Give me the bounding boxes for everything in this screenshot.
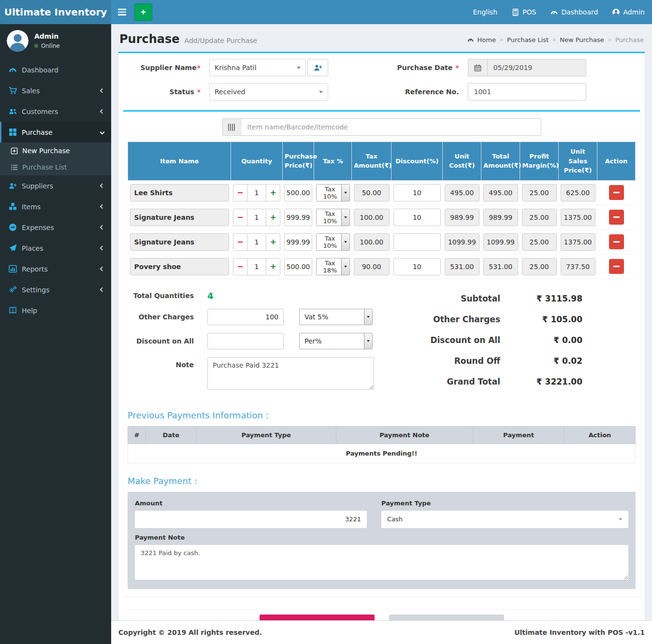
remove-item-button[interactable] bbox=[609, 234, 624, 249]
sidebar-item-settings[interactable]: Settings bbox=[0, 279, 111, 300]
qty-decrease-button[interactable]: − bbox=[233, 185, 247, 201]
select-dropdown-button[interactable] bbox=[364, 333, 372, 349]
total-amount-value: 531.00 bbox=[483, 258, 518, 275]
purchase-price-input[interactable] bbox=[284, 258, 312, 275]
discount-input[interactable] bbox=[393, 233, 441, 251]
discount-input[interactable] bbox=[393, 209, 441, 226]
remove-item-button[interactable] bbox=[609, 185, 624, 200]
qty-value[interactable]: 1 bbox=[247, 185, 266, 201]
sidebar-item-new-purchase[interactable]: New Purchase bbox=[0, 143, 111, 159]
sidebar-item-sales[interactable]: Sales bbox=[0, 80, 111, 101]
status-select[interactable]: Received bbox=[209, 83, 328, 100]
select-dropdown-button[interactable] bbox=[341, 258, 349, 275]
select-dropdown-button[interactable] bbox=[341, 185, 349, 201]
version-text: Ultimate Inventory with POS -v1.1 bbox=[514, 629, 645, 636]
tax-select[interactable]: Tax 10% bbox=[316, 209, 350, 226]
sidebar-toggle-icon[interactable] bbox=[111, 0, 133, 24]
qty-value[interactable]: 1 bbox=[247, 234, 266, 250]
previous-payments-heading: Previous Payments Information : bbox=[128, 410, 636, 420]
caret-down-icon bbox=[367, 316, 370, 318]
col-action: Action bbox=[597, 142, 636, 181]
purchase-price-input[interactable] bbox=[284, 233, 312, 251]
sidebar-item-suppliers[interactable]: Suppliers bbox=[0, 175, 111, 196]
tax-select[interactable]: Tax 10% bbox=[316, 184, 350, 201]
calendar-addon[interactable] bbox=[468, 59, 487, 76]
items-panel: Item Name Quantity Purchase Price(₹) Tax… bbox=[123, 110, 640, 597]
sidebar-item-expenses[interactable]: Expenses bbox=[0, 217, 111, 238]
col-payment: Payment bbox=[473, 426, 565, 444]
book-icon bbox=[9, 306, 17, 315]
sidebar-user-name: Admin bbox=[34, 32, 60, 40]
purchase-price-input[interactable] bbox=[284, 209, 312, 226]
col-unit-sales-price: Unit Sales Price(₹) bbox=[559, 142, 597, 181]
calendar-icon bbox=[474, 64, 481, 72]
supplier-select[interactable]: Krishna Patil bbox=[209, 59, 306, 76]
item-search-input[interactable] bbox=[242, 118, 541, 136]
quick-add-button[interactable]: + bbox=[134, 3, 152, 21]
qty-increase-button[interactable]: + bbox=[266, 209, 280, 226]
cubes-icon bbox=[9, 202, 17, 211]
breadcrumb-new-purchase[interactable]: New Purchase bbox=[560, 36, 604, 43]
sidebar-item-customers[interactable]: Customers bbox=[0, 101, 111, 122]
payment-type-select[interactable]: Cash bbox=[381, 511, 628, 528]
status-label: Status * bbox=[123, 88, 201, 96]
breadcrumb-home[interactable]: Home bbox=[477, 36, 495, 43]
remove-item-button[interactable] bbox=[609, 259, 624, 274]
breadcrumb-purchase-list[interactable]: Purchase List bbox=[507, 36, 549, 43]
sidebar-item-items[interactable]: Items bbox=[0, 196, 111, 217]
qty-decrease-button[interactable]: − bbox=[233, 234, 247, 250]
breadcrumb-current: Purchase bbox=[615, 36, 644, 43]
discount-on-all-input[interactable] bbox=[207, 333, 284, 349]
other-charges-input[interactable] bbox=[207, 309, 284, 325]
items-table-header-row: Item Name Quantity Purchase Price(₹) Tax… bbox=[128, 142, 636, 181]
nav-pos[interactable]: POS bbox=[505, 0, 543, 24]
discount-input[interactable] bbox=[393, 258, 441, 275]
nav-dashboard[interactable]: Dashboard bbox=[543, 0, 605, 24]
page-footer: Copyright © 2019 All rights reserved. Ul… bbox=[111, 620, 652, 644]
sidebar-item-help[interactable]: Help bbox=[0, 300, 111, 321]
app-logo[interactable]: Ultimate Inventory bbox=[0, 0, 111, 24]
item-row: Signature Jeans − 1 + bbox=[128, 205, 636, 229]
other-charges-type-select[interactable]: Vat 5% bbox=[299, 309, 373, 325]
save-button[interactable]: Save bbox=[260, 615, 375, 621]
qty-value[interactable]: 1 bbox=[247, 258, 266, 275]
item-search-group bbox=[222, 118, 541, 136]
nav-language[interactable]: English bbox=[465, 0, 505, 24]
purchase-date-label: Purchase Date * bbox=[382, 64, 459, 72]
select-dropdown-button[interactable] bbox=[341, 234, 349, 250]
remove-item-button[interactable] bbox=[609, 210, 624, 225]
close-button[interactable]: Close bbox=[389, 615, 504, 621]
unit-cost-value: 495.00 bbox=[445, 184, 479, 201]
qty-decrease-button[interactable]: − bbox=[233, 209, 247, 226]
note-textarea[interactable]: Purchase Paid 3221 bbox=[207, 357, 374, 390]
payment-note-textarea[interactable]: 3221 Paid by cash. bbox=[135, 545, 628, 580]
caret-down-icon bbox=[344, 192, 347, 194]
tax-select[interactable]: Tax 18% bbox=[316, 258, 350, 275]
total-amount-value: 1099.99 bbox=[483, 233, 518, 251]
qty-increase-button[interactable]: + bbox=[266, 185, 280, 201]
caret-down-icon bbox=[367, 340, 370, 342]
tax-value: Tax 10% bbox=[317, 234, 341, 250]
col-payment-type: Payment Type bbox=[196, 426, 336, 444]
sidebar-item-purchase-list[interactable]: Purchase List bbox=[0, 159, 111, 175]
chevron-left-icon bbox=[100, 246, 105, 251]
reference-no-input[interactable] bbox=[468, 83, 586, 100]
nav-user-menu[interactable]: Admin bbox=[605, 0, 652, 24]
sidebar-item-dashboard[interactable]: Dashboard bbox=[0, 59, 111, 80]
discount-input[interactable] bbox=[393, 184, 441, 201]
payments-empty-row: Payments Pending!! bbox=[128, 444, 636, 463]
add-supplier-button[interactable] bbox=[307, 59, 328, 76]
discount-type-select[interactable]: Per% bbox=[299, 333, 373, 349]
sidebar-item-places[interactable]: Places bbox=[0, 238, 111, 258]
sidebar-item-reports[interactable]: Reports bbox=[0, 258, 111, 279]
qty-decrease-button[interactable]: − bbox=[233, 258, 247, 275]
sidebar-item-purchase[interactable]: Purchase bbox=[0, 122, 111, 143]
qty-value[interactable]: 1 bbox=[247, 209, 266, 226]
tax-select[interactable]: Tax 10% bbox=[316, 233, 350, 251]
qty-increase-button[interactable]: + bbox=[266, 234, 280, 250]
amount-input[interactable] bbox=[135, 511, 367, 528]
qty-increase-button[interactable]: + bbox=[266, 258, 280, 275]
select-dropdown-button[interactable] bbox=[341, 209, 349, 226]
purchase-price-input[interactable] bbox=[284, 184, 312, 201]
select-dropdown-button[interactable] bbox=[364, 309, 372, 325]
